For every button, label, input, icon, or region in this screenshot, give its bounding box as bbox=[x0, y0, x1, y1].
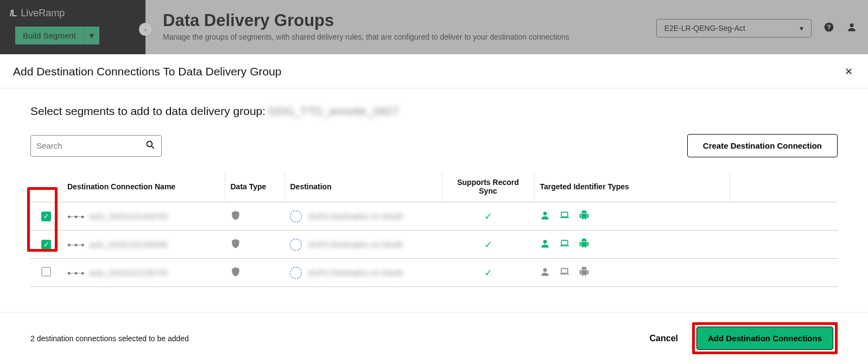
svg-line-4 bbox=[152, 146, 154, 148]
close-icon: ✕ bbox=[845, 66, 853, 77]
android-icon bbox=[579, 210, 590, 222]
prompt-text: Select segments to add to data delivery … bbox=[30, 105, 265, 118]
checkmark-icon: ✓ bbox=[43, 213, 49, 220]
connection-name: auto_20231101164703 bbox=[90, 212, 168, 221]
cancel-button[interactable]: Cancel bbox=[650, 334, 678, 343]
search-field[interactable] bbox=[30, 135, 162, 157]
search-input[interactable] bbox=[36, 141, 145, 150]
svg-rect-9 bbox=[561, 240, 568, 245]
column-name: Destination Connection Name bbox=[62, 171, 225, 202]
destination-badge-icon bbox=[290, 267, 302, 279]
check-icon: ✓ bbox=[484, 267, 492, 278]
check-icon: ✓ bbox=[484, 211, 492, 222]
destination-badge-icon bbox=[290, 239, 302, 251]
destination-name: AUFS Destination no OAuth bbox=[308, 212, 403, 221]
svg-rect-6 bbox=[561, 212, 568, 216]
column-target: Targeted Identifier Types bbox=[534, 171, 730, 202]
link-icon: ●─●─● bbox=[67, 241, 84, 248]
dim-overlay bbox=[0, 0, 868, 54]
svg-rect-13 bbox=[560, 273, 569, 274]
svg-point-3 bbox=[147, 141, 152, 146]
person-icon bbox=[540, 238, 550, 251]
android-icon bbox=[579, 238, 590, 251]
laptop-icon bbox=[559, 238, 570, 251]
submit-highlight: Add Destination Connections bbox=[692, 322, 838, 354]
shield-icon bbox=[230, 270, 241, 279]
link-icon: ●─●─● bbox=[67, 213, 84, 220]
svg-point-11 bbox=[543, 268, 547, 272]
create-destination-connection-button[interactable]: Create Destination Connection bbox=[687, 134, 838, 157]
android-icon bbox=[579, 266, 590, 279]
column-destination: Destination bbox=[284, 171, 442, 202]
add-connections-dialog: Add Destination Connections To Data Deli… bbox=[0, 54, 868, 364]
column-spacer bbox=[730, 171, 838, 202]
destination-name: AUFS Destination no OAuth bbox=[308, 269, 403, 277]
checkmark-icon: ✓ bbox=[43, 241, 49, 248]
connection-name: auto_20231101155725 bbox=[90, 269, 168, 277]
connection-name: auto_20231101160546 bbox=[90, 240, 168, 249]
column-sync: Supports Record Sync bbox=[442, 171, 534, 202]
svg-rect-7 bbox=[560, 217, 569, 218]
dialog-footer: 2 destination connections selected to be… bbox=[0, 312, 868, 364]
column-checkbox bbox=[30, 171, 62, 202]
shield-icon bbox=[230, 242, 241, 251]
person-icon bbox=[540, 210, 550, 222]
svg-point-5 bbox=[543, 212, 547, 215]
group-name: DDG_TTD_annette_0927 bbox=[269, 105, 398, 118]
table-row: ✓ ●─●─● auto_20231101164703 AUFS Destina… bbox=[30, 202, 838, 231]
dialog-header: Add Destination Connections To Data Deli… bbox=[0, 54, 868, 88]
dialog-title: Add Destination Connections To Data Deli… bbox=[13, 65, 282, 78]
table-row: ●─●─● auto_20231101155725 AUFS Destinati… bbox=[30, 259, 838, 287]
row-checkbox[interactable] bbox=[41, 267, 51, 277]
row-checkbox[interactable]: ✓ bbox=[41, 240, 51, 250]
laptop-icon bbox=[559, 210, 570, 222]
selection-status: 2 destination connections selected to be… bbox=[30, 334, 189, 343]
destination-name: AUFS Destination no OAuth bbox=[308, 240, 403, 249]
row-checkbox[interactable]: ✓ bbox=[41, 212, 51, 221]
add-destination-connections-button[interactable]: Add Destination Connections bbox=[696, 327, 833, 350]
check-icon: ✓ bbox=[484, 239, 492, 250]
shield-icon bbox=[230, 214, 241, 222]
search-icon bbox=[145, 139, 156, 152]
dialog-body: Select segments to add to data delivery … bbox=[0, 88, 868, 312]
laptop-icon bbox=[559, 266, 570, 279]
person-icon bbox=[540, 266, 550, 279]
table-row: ✓ ●─●─● auto_20231101160546 AUFS Destina… bbox=[30, 231, 838, 259]
close-button[interactable]: ✕ bbox=[845, 66, 853, 78]
svg-point-8 bbox=[543, 240, 547, 244]
link-icon: ●─●─● bbox=[67, 270, 84, 276]
connections-table: Destination Connection Name Data Type De… bbox=[30, 171, 838, 287]
column-datatype: Data Type bbox=[225, 171, 284, 202]
svg-rect-12 bbox=[561, 269, 568, 273]
svg-rect-10 bbox=[560, 245, 569, 246]
destination-badge-icon bbox=[290, 210, 302, 222]
